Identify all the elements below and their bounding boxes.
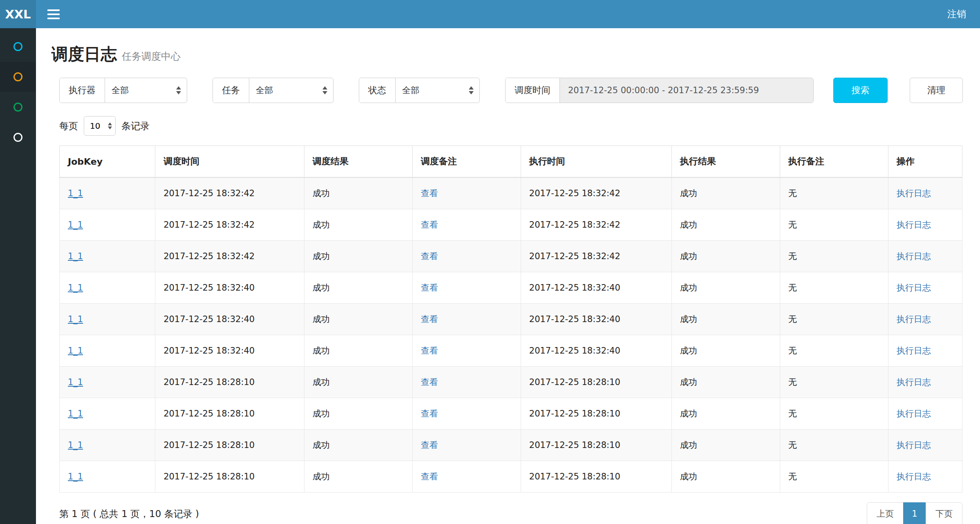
- jobkey-link[interactable]: 1_1: [68, 377, 83, 387]
- jobkey-link[interactable]: 1_1: [68, 440, 83, 450]
- page-subtitle: 任务调度中心: [122, 50, 181, 63]
- table-row: 1_1 2017-12-25 18:32:42 成功 查看 2017-12-25…: [60, 177, 962, 209]
- exec-log-link[interactable]: 执行日志: [897, 377, 931, 387]
- circle-icon: [13, 42, 22, 51]
- page-1-button[interactable]: 1: [903, 502, 926, 524]
- handle-time-cell: 2017-12-25 18:28:10: [521, 398, 671, 430]
- table-row: 1_1 2017-12-25 18:28:10 成功 查看 2017-12-25…: [60, 398, 962, 430]
- handle-msg-cell: 无: [780, 430, 888, 461]
- handle-time-cell: 2017-12-25 18:32:42: [521, 177, 671, 209]
- view-trigger-msg-link[interactable]: 查看: [421, 283, 438, 293]
- page-title: 调度日志: [51, 43, 117, 65]
- trigger-time-cell: 2017-12-25 18:28:10: [155, 461, 304, 493]
- sidebar-item-3[interactable]: [0, 92, 36, 122]
- trigger-result-cell: 成功: [304, 177, 412, 209]
- status-select[interactable]: 全部: [396, 78, 479, 103]
- jobkey-link[interactable]: 1_1: [68, 188, 83, 198]
- handle-result-cell: 成功: [671, 304, 780, 335]
- col-handle-time: 执行时间: [521, 146, 671, 178]
- handle-msg-cell: 无: [780, 272, 888, 304]
- col-handle-msg: 执行备注: [780, 146, 888, 178]
- handle-result-cell: 成功: [671, 335, 780, 367]
- jobkey-link[interactable]: 1_1: [68, 251, 83, 261]
- search-button[interactable]: 搜索: [833, 78, 888, 103]
- handle-result-cell: 成功: [671, 272, 780, 304]
- trigger-result-cell: 成功: [304, 430, 412, 461]
- handle-time-cell: 2017-12-25 18:32:40: [521, 304, 671, 335]
- sidebar-item-4[interactable]: [0, 122, 36, 152]
- trigger-time-range-input[interactable]: [560, 78, 813, 103]
- view-trigger-msg-link[interactable]: 查看: [421, 409, 438, 419]
- view-trigger-msg-link[interactable]: 查看: [421, 188, 438, 198]
- handle-msg-cell: 无: [780, 209, 888, 241]
- jobkey-link[interactable]: 1_1: [68, 409, 83, 419]
- log-table-body: 1_1 2017-12-25 18:32:42 成功 查看 2017-12-25…: [60, 177, 962, 493]
- view-trigger-msg-link[interactable]: 查看: [421, 346, 438, 356]
- view-trigger-msg-link[interactable]: 查看: [421, 377, 438, 387]
- view-trigger-msg-link[interactable]: 查看: [421, 472, 438, 481]
- col-handle-result: 执行结果: [671, 146, 780, 178]
- col-trigger-msg: 调度备注: [412, 146, 521, 178]
- trigger-time-cell: 2017-12-25 18:28:10: [155, 367, 304, 398]
- exec-log-link[interactable]: 执行日志: [897, 251, 931, 261]
- job-select[interactable]: 全部: [249, 78, 333, 103]
- handle-result-cell: 成功: [671, 461, 780, 493]
- logout-button[interactable]: 注销: [947, 8, 966, 20]
- handle-result-cell: 成功: [671, 398, 780, 430]
- table-row: 1_1 2017-12-25 18:32:40 成功 查看 2017-12-25…: [60, 272, 962, 304]
- trigger-result-cell: 成功: [304, 304, 412, 335]
- job-label: 任务: [213, 78, 249, 103]
- trigger-time-filter-group: 调度时间: [505, 78, 814, 103]
- trigger-result-cell: 成功: [304, 461, 412, 493]
- top-navbar: XXL 注销: [0, 0, 980, 28]
- page-size-suffix: 条记录: [121, 120, 150, 132]
- jobkey-link[interactable]: 1_1: [68, 472, 83, 481]
- view-trigger-msg-link[interactable]: 查看: [421, 314, 438, 324]
- jobkey-link[interactable]: 1_1: [68, 346, 83, 356]
- jobkey-link[interactable]: 1_1: [68, 220, 83, 230]
- hamburger-menu-icon[interactable]: [47, 9, 60, 19]
- clear-button[interactable]: 清理: [910, 78, 963, 103]
- jobkey-link[interactable]: 1_1: [68, 283, 83, 293]
- table-row: 1_1 2017-12-25 18:32:42 成功 查看 2017-12-25…: [60, 241, 962, 272]
- next-page-button[interactable]: 下页: [926, 502, 962, 524]
- exec-log-link[interactable]: 执行日志: [897, 283, 931, 293]
- exec-log-link[interactable]: 执行日志: [897, 188, 931, 198]
- trigger-result-cell: 成功: [304, 335, 412, 367]
- exec-log-link[interactable]: 执行日志: [897, 409, 931, 419]
- page-size-select[interactable]: 10: [84, 116, 115, 135]
- table-row: 1_1 2017-12-25 18:28:10 成功 查看 2017-12-25…: [60, 430, 962, 461]
- page-header: 调度日志 任务调度中心: [51, 43, 963, 65]
- navbar-rest: 注销: [36, 0, 980, 28]
- trigger-result-cell: 成功: [304, 398, 412, 430]
- sidebar: [0, 28, 36, 524]
- view-trigger-msg-link[interactable]: 查看: [421, 440, 438, 450]
- trigger-time-cell: 2017-12-25 18:28:10: [155, 398, 304, 430]
- pagination-controls: 上页 1 下页: [867, 502, 962, 524]
- col-jobkey: JobKey: [60, 146, 155, 178]
- exec-log-link[interactable]: 执行日志: [897, 472, 931, 481]
- handle-msg-cell: 无: [780, 241, 888, 272]
- executor-select[interactable]: 全部: [105, 78, 187, 103]
- handle-time-cell: 2017-12-25 18:32:42: [521, 209, 671, 241]
- sidebar-item-2[interactable]: [0, 62, 36, 92]
- exec-log-link[interactable]: 执行日志: [897, 314, 931, 324]
- dispatch-log-table: JobKey 调度时间 调度结果 调度备注 执行时间 执行结果 执行备注 操作 …: [59, 146, 962, 493]
- table-row: 1_1 2017-12-25 18:32:42 成功 查看 2017-12-25…: [60, 209, 962, 241]
- handle-time-cell: 2017-12-25 18:32:42: [521, 241, 671, 272]
- exec-log-link[interactable]: 执行日志: [897, 346, 931, 356]
- handle-result-cell: 成功: [671, 177, 780, 209]
- col-trigger-time: 调度时间: [155, 146, 304, 178]
- sidebar-item-1[interactable]: [0, 31, 36, 62]
- circle-icon: [13, 103, 22, 112]
- handle-msg-cell: 无: [780, 335, 888, 367]
- trigger-time-cell: 2017-12-25 18:32:42: [155, 177, 304, 209]
- table-row: 1_1 2017-12-25 18:28:10 成功 查看 2017-12-25…: [60, 367, 962, 398]
- exec-log-link[interactable]: 执行日志: [897, 440, 931, 450]
- view-trigger-msg-link[interactable]: 查看: [421, 220, 438, 230]
- prev-page-button[interactable]: 上页: [867, 502, 904, 524]
- view-trigger-msg-link[interactable]: 查看: [421, 251, 438, 261]
- exec-log-link[interactable]: 执行日志: [897, 220, 931, 230]
- handle-time-cell: 2017-12-25 18:32:40: [521, 272, 671, 304]
- jobkey-link[interactable]: 1_1: [68, 314, 83, 324]
